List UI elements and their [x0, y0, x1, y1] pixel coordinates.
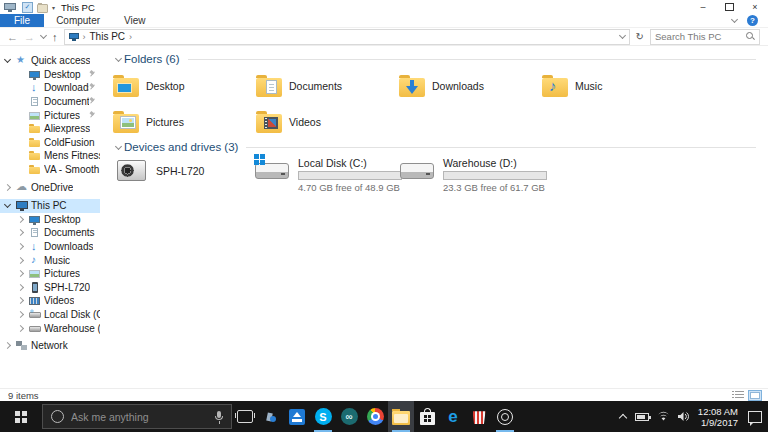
cortana-search-input[interactable]: Ask me anything — [42, 404, 232, 429]
sidebar-item-this-pc[interactable]: This PC — [0, 199, 100, 213]
taskbar-clock[interactable]: 12:08 AM 1/9/2017 — [698, 406, 738, 428]
sidebar-item-pc-downloads[interactable]: Downloads — [0, 240, 100, 254]
sidebar-item-pc-videos[interactable]: Videos — [0, 294, 100, 308]
taskbar-app-camera[interactable]: ∞ — [336, 401, 362, 432]
taskbar-app-1[interactable] — [258, 401, 284, 432]
folder-tile-downloads[interactable]: Downloads — [399, 70, 538, 102]
chevron-right-icon[interactable] — [16, 271, 29, 276]
sidebar-item-aliexpress[interactable]: Aliexpress — [0, 122, 100, 136]
collapse-chevron-icon[interactable] — [113, 58, 124, 61]
folder-tile-pictures[interactable]: Pictures — [113, 106, 252, 138]
wifi-icon[interactable] — [657, 411, 670, 422]
chevron-right-icon[interactable] — [16, 298, 29, 303]
sidebar-item-mens-fitness[interactable]: Mens Fitness Workout I — [0, 149, 100, 163]
taskbar-app-teamviewer[interactable] — [284, 401, 310, 432]
device-tile-sph-l720[interactable]: SPH-L720 — [113, 157, 253, 184]
chevron-right-icon[interactable] — [16, 326, 29, 331]
refresh-button[interactable]: ↻ — [630, 31, 650, 42]
sidebar-item-quick-access[interactable]: Quick access — [0, 54, 100, 68]
drive-info: Local Disk (C:) 4.70 GB free of 48.9 GB — [298, 157, 402, 193]
title-bar: ✓ ▾ This PC – × — [0, 0, 768, 14]
sidebar-label: Quick access — [31, 55, 90, 66]
clock-time: 12:08 AM — [698, 406, 738, 417]
sidebar-item-pictures[interactable]: Pictures — [0, 108, 100, 122]
qat-customize-dropdown[interactable]: ▾ — [52, 4, 55, 11]
tab-computer[interactable]: Computer — [44, 14, 112, 27]
chevron-right-icon[interactable] — [16, 285, 29, 290]
tab-view[interactable]: View — [112, 14, 158, 27]
taskbar-app-chrome[interactable] — [362, 401, 388, 432]
windows-logo-icon — [15, 411, 27, 423]
collapse-chevron-icon[interactable] — [113, 146, 124, 149]
phone-icon — [29, 282, 41, 293]
chevron-down-icon[interactable] — [3, 204, 16, 207]
close-button[interactable]: × — [742, 0, 768, 14]
qat-new-folder-button[interactable] — [37, 2, 48, 13]
up-button[interactable]: ↑ — [52, 31, 58, 43]
sidebar-item-pc-music[interactable]: Music — [0, 253, 100, 267]
device-tile-local-disk[interactable]: Local Disk (C:) 4.70 GB free of 48.9 GB — [253, 157, 398, 193]
start-button[interactable] — [0, 401, 42, 432]
forward-button[interactable]: → — [24, 31, 35, 43]
sidebar-item-pc-warehouse[interactable]: Warehouse (D:) — [0, 321, 100, 335]
address-dropdown-icon[interactable] — [620, 35, 625, 38]
chevron-right-icon[interactable] — [16, 258, 29, 263]
sidebar-item-downloads[interactable]: Downloads — [0, 81, 100, 95]
sidebar-item-coldfusion[interactable]: ColdFusion — [0, 136, 100, 150]
back-button[interactable]: ← — [7, 31, 18, 43]
microphone-icon[interactable] — [215, 411, 223, 423]
group-header-folders[interactable]: Folders (6) — [113, 52, 760, 66]
breadcrumb-this-pc[interactable]: This PC — [90, 31, 126, 42]
sidebar-item-desktop[interactable]: Desktop — [0, 68, 100, 82]
sidebar-item-network[interactable]: Network — [0, 339, 100, 353]
new-folder-icon — [37, 4, 48, 13]
task-view-button[interactable] — [232, 401, 258, 432]
sidebar-item-pc-local-disk[interactable]: Local Disk (C:) — [0, 308, 100, 322]
group-header-devices[interactable]: Devices and drives (3) — [113, 140, 760, 154]
help-icon[interactable]: ? — [747, 15, 758, 26]
recent-locations-dropdown[interactable] — [41, 35, 46, 38]
chevron-down-icon[interactable] — [3, 59, 16, 62]
minimize-button[interactable]: – — [690, 0, 716, 14]
thumbnails-view-button[interactable] — [748, 390, 762, 401]
ribbon-expand-chevron-icon[interactable] — [732, 19, 737, 22]
folder-tile-documents[interactable]: Documents — [256, 70, 395, 102]
folder-tile-videos[interactable]: Videos — [256, 106, 395, 138]
taskbar-app-store[interactable] — [414, 401, 440, 432]
teamviewer-icon — [289, 409, 305, 425]
volume-icon[interactable] — [678, 411, 690, 422]
folder-tile-music[interactable]: ♪Music — [542, 70, 681, 102]
breadcrumb-separator[interactable]: › — [129, 32, 132, 42]
taskbar-app-target[interactable] — [492, 401, 518, 432]
sidebar-item-documents[interactable]: Documents — [0, 95, 100, 109]
folder-tile-desktop[interactable]: Desktop — [113, 70, 252, 102]
sidebar-item-va-smooth-jazz[interactable]: VA - Smooth Jazz Chill — [0, 163, 100, 177]
sidebar-item-pc-desktop[interactable]: Desktop — [0, 213, 100, 227]
edge-icon: e — [448, 408, 457, 425]
taskbar-app-skype[interactable]: S — [310, 401, 336, 432]
system-menu-icon[interactable] — [4, 3, 16, 12]
chevron-right-icon[interactable] — [16, 230, 29, 235]
device-tile-warehouse[interactable]: Warehouse (D:) 23.3 GB free of 61.7 GB — [398, 157, 543, 193]
battery-icon[interactable] — [635, 413, 649, 421]
address-bar[interactable]: › This PC › — [64, 29, 630, 45]
taskbar-app-edge[interactable]: e — [440, 401, 466, 432]
sidebar-item-pc-pictures[interactable]: Pictures — [0, 267, 100, 281]
sidebar-item-pc-sph-l720[interactable]: SPH-L720 — [0, 281, 100, 295]
taskbar-app-file-explorer[interactable] — [388, 401, 414, 432]
chevron-right-icon[interactable] — [3, 185, 16, 190]
sidebar-item-pc-documents[interactable]: Documents — [0, 226, 100, 240]
action-center-icon[interactable] — [748, 411, 762, 423]
sidebar-item-onedrive[interactable]: OneDrive — [0, 180, 100, 194]
tab-file[interactable]: File — [0, 14, 44, 27]
chevron-right-icon[interactable] — [16, 217, 29, 222]
chevron-right-icon[interactable] — [16, 312, 29, 317]
qat-properties-button[interactable]: ✓ — [22, 2, 33, 13]
chevron-right-icon[interactable] — [16, 244, 29, 249]
chevron-right-icon[interactable] — [3, 343, 16, 348]
search-input[interactable]: Search This PC — [650, 29, 760, 45]
taskbar-app-popcorn[interactable] — [466, 401, 492, 432]
tray-expand-chevron-icon[interactable] — [619, 413, 627, 421]
details-view-button[interactable] — [732, 390, 745, 400]
maximize-button[interactable] — [716, 0, 742, 14]
